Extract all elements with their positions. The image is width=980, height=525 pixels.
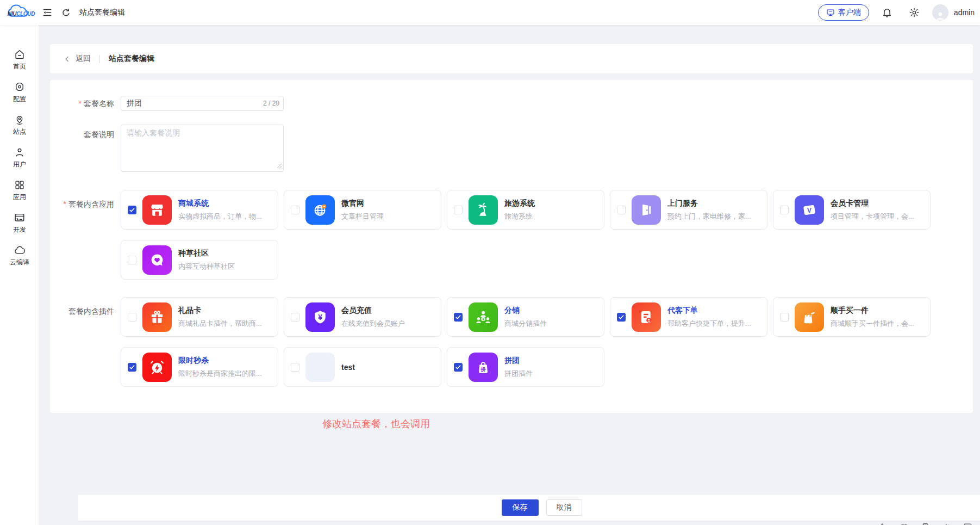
plugin-card-7[interactable]: 拼 拼团 拼团插件 [447, 347, 604, 387]
save-button[interactable]: 保存 [502, 499, 539, 516]
cloud-icon [14, 244, 26, 256]
vcard-icon: V [795, 195, 824, 225]
checkbox[interactable] [780, 313, 789, 322]
home-icon [14, 48, 26, 60]
required-star: * [64, 200, 66, 208]
bag-hand-icon [795, 302, 824, 332]
sidebar-item-dev[interactable]: 开发 [0, 210, 39, 235]
form-card: *套餐名称 2 / 20 套餐说明 *套餐内含应用 商城系统 [50, 80, 973, 413]
speaker-icon [942, 522, 951, 525]
gift-icon [142, 302, 172, 332]
back-button[interactable]: 返回 [63, 54, 91, 64]
checkbox[interactable] [617, 313, 626, 322]
order-icon [632, 302, 661, 332]
breadcrumb: 返回 站点套餐编辑 [50, 44, 973, 73]
avatar[interactable] [932, 4, 948, 21]
pin-icon [14, 114, 26, 126]
checkbox[interactable] [780, 206, 789, 214]
user-icon [14, 146, 26, 158]
refresh-icon[interactable] [57, 3, 75, 22]
checkbox[interactable] [291, 206, 299, 214]
page-title: 站点套餐编辑 [79, 8, 125, 17]
app-card-4[interactable]: V 会员卡管理 项目管理，卡项管理，会... [773, 190, 931, 230]
plugins-grid: 礼品卡 商城礼品卡插件，帮助商... ¥ 会员充值 在线充值到会员账户 ¥ 分销… [121, 297, 936, 397]
plugin-card-5[interactable]: 限时秒杀 限时秒杀是商家推出的限... [121, 347, 278, 387]
plugin-card-6[interactable]: test [284, 347, 441, 387]
printer-icon [921, 522, 930, 525]
niucloud-logo: NIUCLOUD [4, 4, 38, 21]
plugin-card-2[interactable]: ¥ 分销 商城分销插件 [447, 297, 604, 337]
store-icon [142, 195, 172, 225]
bottom-tray [878, 522, 972, 525]
required-star: * [79, 99, 82, 108]
checkbox[interactable] [454, 206, 463, 214]
monitor-icon [963, 522, 972, 525]
checkbox[interactable] [128, 206, 136, 214]
app-card-2[interactable]: 旅游系统 旅游系统 [447, 190, 604, 230]
apps-grid: 商城系统 实物虚拟商品，订单，物... 微官网 文章栏目管理 旅游系统 旅游系统… [121, 190, 936, 290]
thumb-icon [878, 522, 888, 525]
monitor-icon [826, 8, 835, 17]
app-card-1[interactable]: 微官网 文章栏目管理 [284, 190, 441, 230]
package-name-input[interactable] [121, 96, 284, 111]
topbar: NIUCLOUD 站点套餐编辑 客户端 [0, 0, 980, 25]
door-icon [632, 195, 661, 225]
palm-icon [469, 195, 498, 225]
svg-text:拼: 拼 [480, 367, 486, 372]
sidebar-item-home[interactable]: 首页 [0, 47, 39, 72]
sidebar-item-gear[interactable]: 配置 [0, 79, 39, 104]
checkbox[interactable] [617, 206, 626, 214]
checkbox[interactable] [128, 313, 136, 322]
warning-note: 修改站点套餐，也会调用 [322, 417, 430, 430]
checkbox[interactable] [291, 363, 299, 372]
app-card-5[interactable]: 种草社区 内容互动种草社区 [121, 240, 278, 280]
sidebar-item-cloud[interactable]: 云编译 [0, 243, 39, 268]
sidebar-item-user[interactable]: 用户 [0, 145, 39, 170]
checkbox[interactable] [291, 313, 299, 322]
plugin-card-0[interactable]: 礼品卡 商城礼品卡插件，帮助商... [121, 297, 278, 337]
app-card-0[interactable]: 商城系统 实物虚拟商品，订单，物... [121, 190, 278, 230]
plugin-card-3[interactable]: 代客下单 帮助客户快捷下单，提升... [610, 297, 767, 337]
svg-text:V: V [807, 207, 812, 214]
app-card-3[interactable]: 上门服务 预约上门，家电维修，家... [610, 190, 767, 230]
breadcrumb-title: 站点套餐编辑 [109, 54, 154, 64]
pin-bag-icon: 拼 [469, 353, 498, 382]
plugin-card-4[interactable]: 顺手买一件 商城顺手买一件插件，会... [773, 297, 931, 337]
alarm-icon [142, 353, 172, 382]
dev-icon [14, 212, 26, 224]
username: admin [954, 8, 975, 17]
bubble-heart-icon [142, 245, 172, 275]
main-area: 返回 站点套餐编辑 *套餐名称 2 / 20 套餐说明 [39, 25, 980, 525]
grid-icon [14, 179, 26, 191]
package-desc-textarea[interactable] [121, 125, 284, 172]
plugins-label: 套餐内含插件 [50, 297, 121, 397]
checkbox[interactable] [128, 256, 136, 264]
checkbox[interactable] [128, 363, 136, 372]
chevron-left-icon [63, 55, 71, 63]
desc-label: 套餐说明 [50, 125, 121, 174]
globe-icon [305, 195, 335, 225]
sidebar-item-pin[interactable]: 站点 [0, 112, 39, 137]
client-button[interactable]: 客户端 [818, 4, 869, 21]
checkbox[interactable] [454, 313, 463, 322]
checkbox[interactable] [454, 363, 463, 372]
name-label: *套餐名称 [50, 96, 121, 111]
char-counter: 2 / 20 [263, 100, 279, 107]
svg-text:¥: ¥ [318, 313, 322, 322]
cancel-button[interactable]: 取消 [546, 499, 582, 516]
users-icon [900, 522, 909, 525]
bell-icon[interactable] [878, 3, 896, 22]
breadcrumb-divider [99, 55, 100, 63]
plugin-card-1[interactable]: ¥ 会员充值 在线充值到会员账户 [284, 297, 441, 337]
none-icon [305, 353, 335, 382]
menu-fold-icon[interactable] [38, 3, 57, 22]
apps-label: *套餐内含应用 [50, 190, 121, 290]
sidebar: 首页 配置 站点 用户 应用 开发 云编译 [0, 25, 39, 525]
gear-icon [14, 81, 26, 93]
footer-bar: 保存 取消 [78, 494, 980, 521]
sidebar-item-grid[interactable]: 应用 [0, 177, 39, 202]
team-icon: ¥ [469, 302, 498, 332]
gear-icon[interactable] [905, 3, 923, 22]
yen-shield-icon: ¥ [305, 302, 335, 332]
